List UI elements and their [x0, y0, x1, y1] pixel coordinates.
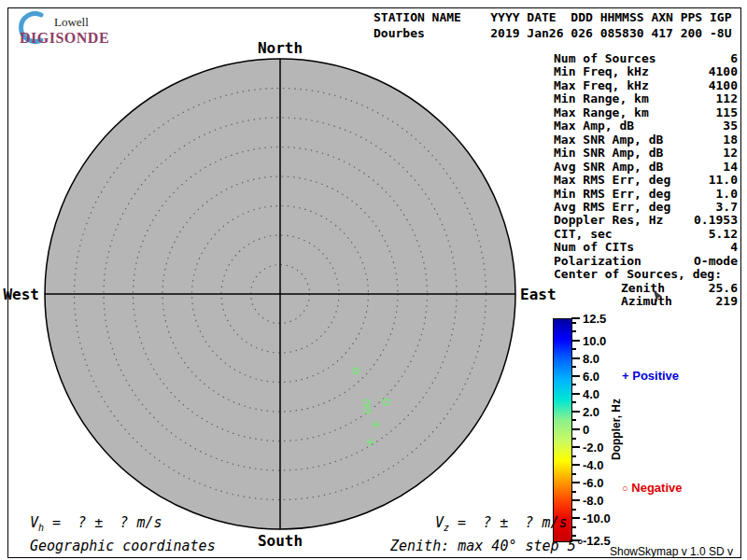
- parameter-label: Polarization: [554, 255, 641, 268]
- colorbar-major-tick: [571, 464, 580, 466]
- parameter-value: 3.7: [716, 201, 738, 214]
- colorbar-major-tick: [571, 428, 580, 430]
- colorbar-major-tick: [571, 482, 580, 483]
- colorbar-major-tick: [571, 393, 580, 395]
- colorbar-minor-tick: [571, 330, 576, 332]
- parameter-value: 18: [723, 133, 738, 147]
- colorbar-minor-tick: [571, 366, 576, 368]
- parameter-row: Min RMS Err, deg1.0: [554, 188, 738, 201]
- parameter-row: Max RMS Err, deg11.0: [554, 174, 738, 187]
- parameter-label: Num of CITs: [554, 241, 634, 254]
- parameter-value: 5.12: [709, 228, 738, 241]
- parameter-label: Zenith: [621, 282, 665, 295]
- parameter-value: 14: [723, 161, 738, 174]
- legend-positive: + Positive: [622, 369, 679, 383]
- legend-positive-label: Positive: [632, 369, 679, 383]
- horizontal-velocity-readout: Vh = ? ± ? m/s: [30, 514, 162, 533]
- parameter-label: Min RMS Err, deg: [554, 188, 670, 201]
- vh-value: = ? ± ? m/s: [44, 514, 162, 531]
- parameter-row: CIT, sec5.12: [554, 228, 738, 241]
- plus-symbol-icon: +: [622, 369, 629, 383]
- parameter-value: 112: [716, 92, 738, 105]
- colorbar-major-tick: [571, 357, 580, 359]
- parameter-row: Center of Sources, deg:: [554, 268, 738, 281]
- vh-var: V: [30, 514, 38, 531]
- parameter-row: Num of Sources6: [554, 52, 738, 65]
- vz-var: V: [435, 514, 444, 531]
- colorbar-minor-tick: [571, 384, 576, 385]
- doppler-colorbar: [553, 318, 572, 542]
- parameter-value: 6: [730, 52, 738, 65]
- colorbar-tick-label: -8.0: [583, 494, 603, 508]
- parameter-value: 4: [730, 241, 738, 254]
- legend-negative-label: Negative: [631, 481, 682, 495]
- circle-symbol-icon: ○: [622, 483, 628, 494]
- parameter-label: Max Freq, kHz: [554, 79, 649, 92]
- parameter-row: Doppler Res, Hz0.1953: [554, 214, 738, 227]
- vertical-velocity-readout: Vz = ? ± ? m/s: [435, 514, 568, 533]
- colorbar-minor-tick: [571, 535, 576, 537]
- showskymap-window: Lowell DIGISONDE STATION NAME YYYY DATE …: [0, 0, 747, 560]
- parameters-panel: Num of Sources6Min Freq, kHz4100Max Freq…: [554, 52, 738, 309]
- colorbar-tick-label: 4.0: [583, 386, 599, 400]
- parameter-row: Max Freq, kHz4100: [554, 79, 738, 92]
- parameter-value: 4100: [709, 65, 738, 78]
- colorbar-minor-tick: [571, 509, 576, 511]
- colorbar-minor-tick: [571, 348, 576, 350]
- parameter-value: O-mode: [694, 255, 738, 268]
- colorbar-major-tick: [571, 317, 580, 319]
- colorbar-tick-label: -10.0: [583, 511, 611, 525]
- logo-digisonde-text: DIGISONDE: [20, 30, 109, 47]
- legend-negative: ○ Negative: [622, 481, 682, 495]
- parameter-label: Num of Sources: [554, 52, 656, 65]
- colorbar-tick-label: -6.0: [583, 476, 603, 490]
- colorbar-minor-tick: [571, 322, 576, 324]
- colorbar-major-tick: [571, 411, 580, 413]
- colorbar-minor-tick: [571, 438, 576, 440]
- colorbar-tick-label: 12.5: [583, 312, 606, 326]
- colorbar-minor-tick: [571, 455, 576, 457]
- parameter-value: 4100: [709, 79, 738, 92]
- parameter-value: 1.0: [716, 188, 738, 201]
- parameter-row: Num of CITs4: [554, 241, 738, 254]
- parameter-row: Max SNR Amp, dB18: [554, 133, 738, 147]
- zenith-range-note: Zenith: max 40° step 5°: [390, 538, 585, 554]
- parameter-value: 219: [716, 295, 738, 308]
- compass-label-south: South: [243, 532, 317, 550]
- parameter-label: Avg SNR Amp, dB: [554, 161, 663, 174]
- parameter-label: Avg RMS Err, deg: [554, 201, 670, 214]
- colorbar-tick-label: 2.0: [583, 404, 599, 418]
- parameter-label: Max Range, km: [554, 106, 649, 119]
- parameter-value: 11.0: [709, 174, 738, 187]
- header-column-titles: STATION NAME YYYY DATE DDD HHMMSS AXN PP…: [374, 10, 732, 24]
- colorbar-minor-tick: [571, 401, 576, 403]
- parameter-row: Min Freq, kHz4100: [554, 65, 738, 78]
- colorbar-tick-label: 0: [583, 423, 589, 437]
- parameter-row: Max Amp, dB35: [554, 119, 738, 133]
- parameter-value: 25.6: [709, 282, 738, 295]
- parameter-label: Min SNR Amp, dB: [554, 147, 663, 160]
- parameter-label: Min Freq, kHz: [554, 65, 649, 78]
- app-version-text: ShowSkymap v 1.0 SD v 5.1: [610, 545, 747, 560]
- lowell-digisonde-logo: Lowell DIGISONDE: [15, 11, 136, 49]
- colorbar-major-tick: [571, 517, 580, 519]
- parameter-row: PolarizationO-mode: [554, 255, 738, 268]
- parameter-label: Azimuth: [621, 295, 672, 308]
- parameter-label: Center of Sources, deg:: [554, 268, 722, 281]
- parameter-row: Min Range, km112: [554, 92, 738, 105]
- parameter-row: Avg SNR Amp, dB14: [554, 161, 738, 174]
- parameter-row: Min SNR Amp, dB12: [554, 147, 738, 160]
- colorbar-tick-label: -4.0: [583, 458, 603, 472]
- parameter-row: Max Range, km115: [554, 106, 738, 119]
- coordinates-note: Geographic coordinates: [30, 538, 216, 554]
- colorbar-major-tick: [571, 499, 580, 501]
- parameter-label: Max SNR Amp, dB: [554, 133, 663, 147]
- parameter-label: Min Range, km: [554, 92, 649, 105]
- parameter-row: Avg RMS Err, deg3.7: [554, 201, 738, 214]
- colorbar-major-tick: [571, 340, 580, 342]
- parameter-label: CIT, sec: [554, 228, 613, 241]
- compass-label-west: West: [0, 286, 39, 303]
- parameter-row: Azimuth219: [554, 295, 738, 308]
- compass-label-north: North: [243, 39, 317, 57]
- parameter-value: 12: [723, 147, 738, 160]
